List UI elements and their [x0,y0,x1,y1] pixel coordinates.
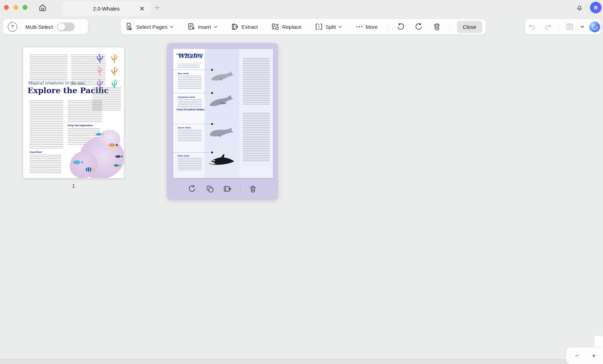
document-tab[interactable]: 2.0-Whales [62,1,151,15]
replace-button[interactable]: Replace [268,20,304,33]
coral-icon [95,65,105,76]
coral-icon [95,53,105,63]
timeline-dot [211,69,213,71]
trash-icon [249,185,257,193]
greeked-text [30,55,68,82]
redo-icon [544,23,552,31]
trash-icon [433,23,441,31]
scrollbar-corner [595,336,603,347]
rotate-page-button[interactable] [187,184,197,194]
fish-icon [94,132,103,136]
more-icon [356,23,363,31]
rotate-icon [188,185,196,193]
whale-label: Killer whale [178,154,189,157]
rotate-left-button[interactable] [395,21,406,32]
save-button[interactable] [564,21,575,32]
timeline-line [173,70,212,70]
save-menu-chevron-icon[interactable] [580,25,584,28]
help-icon: ? [11,24,14,30]
insert-button[interactable]: Insert [184,20,221,33]
close-window-button[interactable] [4,5,9,10]
page-thumbnail-1[interactable]: Magical creatures of the sea. Explore th… [23,47,124,178]
greeked-text [243,58,270,104]
bell-icon [576,4,583,11]
divider [559,23,559,31]
user-avatar[interactable]: R [590,2,602,13]
select-pages-icon [125,23,134,31]
divider [450,23,450,31]
fish-icon [83,166,95,173]
duplicate-page-button[interactable] [205,184,215,194]
select-pages-button[interactable]: Select Pages [122,20,177,33]
more-label: More [366,24,378,30]
greeked-text [243,113,270,161]
greeked-text [178,158,202,171]
notifications-button[interactable] [574,2,584,12]
rotate-left-icon [396,23,405,31]
pdf-editor-window: 2.0-Whales R ? Multi-Se [0,0,603,364]
home-icon [38,4,47,12]
timeline-line [173,93,212,93]
rotate-right-icon [415,23,423,31]
split-label: Split [326,24,336,30]
greeked-text [30,100,63,149]
chevron-down-icon [170,26,174,28]
multi-select-toggle[interactable] [57,23,75,31]
select-pages-label: Select Pages [136,24,167,30]
save-icon [565,23,574,31]
page2-right-heading: Food of toothed whales [177,108,205,111]
close-tab-icon[interactable] [139,5,145,12]
page-thumbnail-2[interactable]: Whales Blue whale Humpback whale Sperm w… [173,49,273,178]
chevron-down-icon [338,26,342,28]
whale-label: Humpback whale [178,96,195,98]
page1-section-heading: Coral Reef [30,151,42,154]
greeked-text [92,87,121,111]
ai-assistant-button[interactable] [589,21,600,32]
toolbar-right-group [525,19,601,34]
insert-icon [187,23,195,31]
extract-button[interactable]: Extract [227,20,261,33]
minimize-window-button[interactable] [13,5,18,10]
help-button[interactable]: ? [8,22,17,32]
timeline-dot [211,92,213,94]
extract-page-icon [223,185,232,193]
plus-icon [154,5,160,11]
whale-label: Blue whale [178,72,189,75]
extract-page-button[interactable] [222,184,232,194]
fish-icon [71,159,83,165]
close-organize-button[interactable]: Close [457,21,482,33]
redo-button[interactable] [542,21,554,32]
selected-page-container[interactable]: Whales Blue whale Humpback whale Sperm w… [167,43,278,200]
greeked-text [178,99,202,108]
coral-reef-photo [65,127,124,178]
document-tab-title: 2.0-Whales [93,6,120,12]
rotate-right-button[interactable] [413,21,425,32]
fish-icon [107,142,118,148]
greeked-text [178,130,202,142]
new-tab-button[interactable] [153,4,161,11]
avatar-initial: R [594,5,597,11]
zoom-out-button[interactable]: − [572,351,582,360]
timeline-dot [211,123,213,125]
insert-label: Insert [198,24,211,30]
zoom-in-button[interactable]: + [589,351,598,360]
greeked-text [178,64,200,69]
delete-page-button[interactable] [248,184,258,194]
more-button[interactable]: More [352,21,381,33]
maximize-window-button[interactable] [23,5,27,10]
undo-button[interactable] [526,21,538,32]
greeked-text [178,76,202,90]
undo-icon [528,23,536,31]
horizontal-scrollbar[interactable] [0,359,603,364]
home-button[interactable] [37,2,48,13]
coral-icon [109,65,120,76]
coral-icon [109,53,120,63]
split-button[interactable]: Split [312,20,345,33]
greeked-text [30,155,61,173]
replace-label: Replace [282,24,301,30]
duplicate-icon [206,185,214,193]
delete-pages-button[interactable] [431,21,442,32]
page2-right-heading: Food of baleen whales [177,53,205,56]
divider [388,23,388,31]
extract-icon [231,23,239,31]
